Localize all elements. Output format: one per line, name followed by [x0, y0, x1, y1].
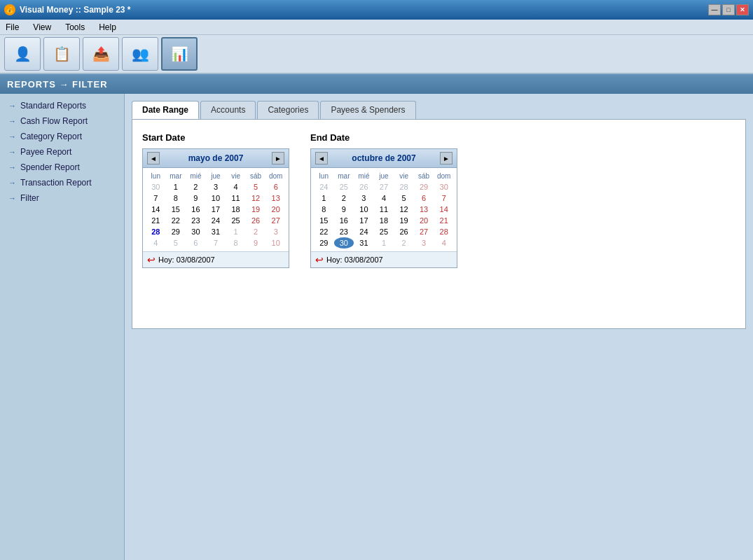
- end-day-w3-1[interactable]: 16: [334, 215, 354, 226]
- start-day-w4-2[interactable]: 30: [186, 226, 206, 237]
- end-day-w1-5[interactable]: 6: [414, 192, 434, 204]
- start-day-w2-0[interactable]: 14: [146, 204, 166, 215]
- end-day-w4-0[interactable]: 22: [314, 226, 334, 237]
- start-day-w4-6[interactable]: 3: [265, 226, 286, 237]
- start-day-w0-5[interactable]: 5: [246, 181, 266, 192]
- menu-view[interactable]: View: [30, 21, 54, 34]
- end-day-w2-1[interactable]: 9: [334, 204, 354, 215]
- end-day-w2-2[interactable]: 10: [354, 204, 374, 215]
- start-day-w0-1[interactable]: 1: [166, 181, 186, 192]
- start-day-w0-6[interactable]: 6: [265, 181, 286, 192]
- start-day-w4-3[interactable]: 31: [206, 226, 226, 237]
- toolbar-reports-button[interactable]: 📊: [161, 37, 198, 71]
- start-day-w2-2[interactable]: 16: [186, 204, 206, 215]
- start-day-w1-6[interactable]: 13: [265, 192, 286, 204]
- end-day-w2-4[interactable]: 12: [394, 204, 414, 215]
- start-day-w0-2[interactable]: 2: [186, 181, 206, 192]
- sidebar-item-standard-reports[interactable]: → Standard Reports: [0, 98, 124, 113]
- toolbar-reports-btn2[interactable]: 📋: [43, 37, 80, 71]
- start-day-w5-1[interactable]: 5: [166, 237, 186, 248]
- end-day-w4-2[interactable]: 24: [354, 226, 374, 237]
- sidebar-item-payee-report[interactable]: → Payee Report: [0, 144, 124, 160]
- end-day-w1-6[interactable]: 7: [434, 192, 454, 204]
- end-day-w1-1[interactable]: 2: [334, 192, 354, 204]
- start-day-w3-4[interactable]: 25: [226, 215, 246, 226]
- end-day-w0-3[interactable]: 27: [374, 181, 394, 192]
- end-day-w5-0[interactable]: 29: [314, 237, 334, 248]
- end-day-w3-4[interactable]: 19: [394, 215, 414, 226]
- end-day-w2-6[interactable]: 14: [434, 204, 454, 215]
- sidebar-item-transaction-report[interactable]: → Transaction Report: [0, 175, 124, 190]
- end-day-w0-2[interactable]: 26: [354, 181, 374, 192]
- start-day-w2-5[interactable]: 19: [246, 204, 266, 215]
- start-day-w1-5[interactable]: 12: [246, 192, 266, 204]
- start-day-w2-3[interactable]: 17: [206, 204, 226, 215]
- end-day-w2-3[interactable]: 11: [374, 204, 394, 215]
- sidebar-item-cash-flow[interactable]: → Cash Flow Report: [0, 113, 124, 129]
- start-cal-next[interactable]: ►: [272, 152, 284, 164]
- start-day-w2-1[interactable]: 15: [166, 204, 186, 215]
- toolbar-export-button[interactable]: 📤: [83, 37, 119, 71]
- end-day-w5-5[interactable]: 3: [414, 237, 434, 248]
- end-day-w1-4[interactable]: 5: [394, 192, 414, 204]
- start-cal-prev[interactable]: ◄: [147, 152, 160, 164]
- end-day-w3-2[interactable]: 17: [354, 215, 374, 226]
- end-day-w3-0[interactable]: 15: [314, 215, 334, 226]
- close-button[interactable]: ✕: [736, 4, 749, 15]
- end-day-w3-6[interactable]: 21: [434, 215, 454, 226]
- end-cal-prev[interactable]: ◄: [315, 152, 328, 164]
- end-day-w4-6[interactable]: 28: [434, 226, 454, 237]
- end-day-w2-5[interactable]: 13: [414, 204, 434, 215]
- end-day-w5-3[interactable]: 1: [374, 237, 394, 248]
- end-day-w1-0[interactable]: 1: [314, 192, 334, 204]
- start-day-w5-2[interactable]: 6: [186, 237, 206, 248]
- menu-file[interactable]: File: [3, 21, 22, 34]
- start-day-w3-0[interactable]: 21: [146, 215, 166, 226]
- end-day-w0-5[interactable]: 29: [414, 181, 434, 192]
- toolbar-users-button[interactable]: 👥: [122, 37, 158, 71]
- start-day-w3-6[interactable]: 27: [265, 215, 286, 226]
- menu-help[interactable]: Help: [96, 21, 119, 34]
- menu-tools[interactable]: Tools: [62, 21, 88, 34]
- start-day-w3-1[interactable]: 22: [166, 215, 186, 226]
- end-day-w3-5[interactable]: 20: [414, 215, 434, 226]
- end-day-w4-4[interactable]: 26: [394, 226, 414, 237]
- tab-accounts[interactable]: Accounts: [200, 101, 256, 119]
- sidebar-item-category-report[interactable]: → Category Report: [0, 129, 124, 144]
- start-day-w3-2[interactable]: 23: [186, 215, 206, 226]
- minimize-button[interactable]: —: [708, 4, 721, 15]
- start-day-w1-3[interactable]: 10: [206, 192, 226, 204]
- end-day-w1-2[interactable]: 3: [354, 192, 374, 204]
- start-day-w1-2[interactable]: 9: [186, 192, 206, 204]
- start-day-w4-4[interactable]: 1: [226, 226, 246, 237]
- end-day-w4-1[interactable]: 23: [334, 226, 354, 237]
- end-day-w0-0[interactable]: 24: [314, 181, 334, 192]
- start-day-w3-3[interactable]: 24: [206, 215, 226, 226]
- end-day-w4-5[interactable]: 27: [414, 226, 434, 237]
- end-day-w0-1[interactable]: 25: [334, 181, 354, 192]
- start-day-w5-4[interactable]: 8: [226, 237, 246, 248]
- start-day-w5-5[interactable]: 9: [246, 237, 266, 248]
- start-day-w5-0[interactable]: 4: [146, 237, 166, 248]
- start-day-w1-4[interactable]: 11: [226, 192, 246, 204]
- start-day-w1-1[interactable]: 8: [166, 192, 186, 204]
- start-day-w2-4[interactable]: 18: [226, 204, 246, 215]
- start-day-w0-3[interactable]: 3: [206, 181, 226, 192]
- end-day-w5-6[interactable]: 4: [434, 237, 454, 248]
- end-day-w5-2[interactable]: 31: [354, 237, 374, 248]
- start-day-w2-6[interactable]: 20: [265, 204, 286, 215]
- end-cal-next[interactable]: ►: [440, 152, 453, 164]
- maximize-button[interactable]: □: [722, 4, 735, 15]
- end-day-w0-6[interactable]: 30: [434, 181, 454, 192]
- start-day-w5-3[interactable]: 7: [206, 237, 226, 248]
- tab-payees-spenders[interactable]: Payees & Spenders: [320, 101, 415, 119]
- toolbar-accounts-button[interactable]: 👤: [4, 37, 41, 71]
- end-day-w1-3[interactable]: 4: [374, 192, 394, 204]
- start-day-w4-5[interactable]: 2: [246, 226, 266, 237]
- tab-categories[interactable]: Categories: [257, 101, 319, 119]
- start-day-w0-0[interactable]: 30: [146, 181, 166, 192]
- tab-date-range[interactable]: Date Range: [132, 101, 199, 119]
- end-day-w3-3[interactable]: 18: [374, 215, 394, 226]
- start-day-w4-1[interactable]: 29: [166, 226, 186, 237]
- start-day-w3-5[interactable]: 26: [246, 215, 266, 226]
